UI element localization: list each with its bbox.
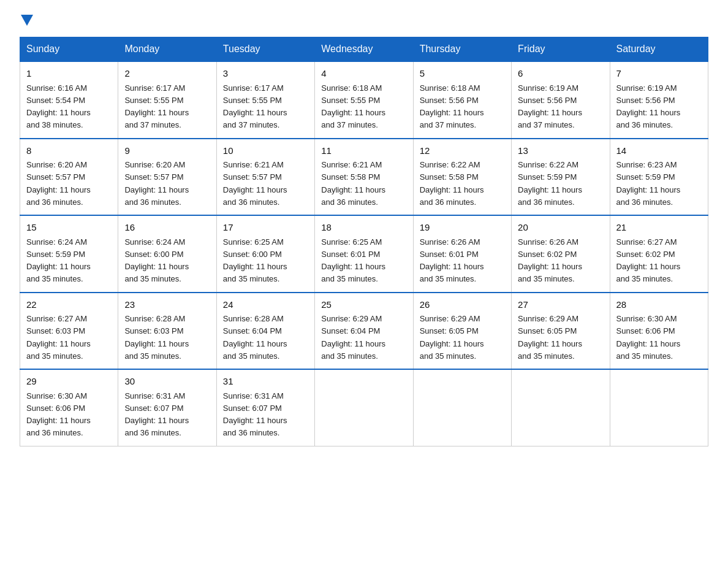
day-info: Sunrise: 6:21 AMSunset: 5:57 PMDaylight:…: [223, 160, 287, 207]
day-number: 4: [321, 67, 406, 81]
calendar-cell: 16 Sunrise: 6:24 AMSunset: 6:00 PMDaylig…: [118, 215, 216, 293]
day-info: Sunrise: 6:28 AMSunset: 6:03 PMDaylight:…: [124, 314, 189, 361]
day-info: Sunrise: 6:21 AMSunset: 5:58 PMDaylight:…: [321, 160, 385, 207]
calendar-cell: 5 Sunrise: 6:18 AMSunset: 5:56 PMDayligh…: [413, 61, 511, 139]
day-number: 21: [616, 221, 702, 235]
calendar-cell: 21 Sunrise: 6:27 AMSunset: 6:02 PMDaylig…: [610, 215, 708, 293]
day-number: 8: [26, 144, 112, 158]
day-info: Sunrise: 6:25 AMSunset: 6:00 PMDaylight:…: [223, 237, 287, 284]
day-info: Sunrise: 6:24 AMSunset: 5:59 PMDaylight:…: [26, 237, 91, 284]
calendar-cell: [315, 369, 413, 446]
day-info: Sunrise: 6:29 AMSunset: 6:05 PMDaylight:…: [420, 314, 484, 361]
calendar-cell: 28 Sunrise: 6:30 AMSunset: 6:06 PMDaylig…: [610, 293, 708, 370]
day-number: 19: [420, 221, 505, 235]
calendar-cell: 20 Sunrise: 6:26 AMSunset: 6:02 PMDaylig…: [512, 215, 610, 293]
day-number: 20: [518, 221, 603, 235]
day-info: Sunrise: 6:28 AMSunset: 6:04 PMDaylight:…: [223, 314, 287, 361]
day-info: Sunrise: 6:27 AMSunset: 6:02 PMDaylight:…: [616, 237, 681, 284]
calendar-cell: 22 Sunrise: 6:27 AMSunset: 6:03 PMDaylig…: [20, 293, 118, 370]
day-number: 31: [223, 375, 308, 389]
weekday-header-tuesday: Tuesday: [216, 37, 314, 62]
day-number: 2: [124, 67, 210, 81]
weekday-header-wednesday: Wednesday: [315, 37, 413, 62]
calendar-table: SundayMondayTuesdayWednesdayThursdayFrid…: [20, 37, 708, 446]
weekday-header-thursday: Thursday: [413, 37, 511, 62]
day-info: Sunrise: 6:26 AMSunset: 6:02 PMDaylight:…: [518, 237, 582, 284]
day-info: Sunrise: 6:31 AMSunset: 6:07 PMDaylight:…: [223, 391, 287, 438]
calendar-cell: 23 Sunrise: 6:28 AMSunset: 6:03 PMDaylig…: [118, 293, 216, 370]
day-info: Sunrise: 6:26 AMSunset: 6:01 PMDaylight:…: [420, 237, 484, 284]
day-info: Sunrise: 6:29 AMSunset: 6:04 PMDaylight:…: [321, 314, 385, 361]
logo-arrow-icon: [21, 15, 33, 26]
day-number: 28: [616, 298, 702, 312]
day-number: 9: [124, 144, 210, 158]
day-info: Sunrise: 6:19 AMSunset: 5:56 PMDaylight:…: [518, 83, 582, 130]
day-number: 3: [223, 67, 308, 81]
calendar-cell: 15 Sunrise: 6:24 AMSunset: 5:59 PMDaylig…: [20, 215, 118, 293]
calendar-cell: 19 Sunrise: 6:26 AMSunset: 6:01 PMDaylig…: [413, 215, 511, 293]
day-info: Sunrise: 6:18 AMSunset: 5:55 PMDaylight:…: [321, 83, 385, 130]
calendar-cell: 30 Sunrise: 6:31 AMSunset: 6:07 PMDaylig…: [118, 369, 216, 446]
day-info: Sunrise: 6:29 AMSunset: 6:05 PMDaylight:…: [518, 314, 582, 361]
day-info: Sunrise: 6:30 AMSunset: 6:06 PMDaylight:…: [616, 314, 681, 361]
day-number: 30: [124, 375, 210, 389]
calendar-cell: 13 Sunrise: 6:22 AMSunset: 5:59 PMDaylig…: [512, 139, 610, 216]
day-number: 16: [124, 221, 210, 235]
day-number: 17: [223, 221, 308, 235]
day-number: 12: [420, 144, 505, 158]
calendar-cell: 29 Sunrise: 6:30 AMSunset: 6:06 PMDaylig…: [20, 369, 118, 446]
calendar-cell: 2 Sunrise: 6:17 AMSunset: 5:55 PMDayligh…: [118, 61, 216, 139]
day-info: Sunrise: 6:30 AMSunset: 6:06 PMDaylight:…: [26, 391, 91, 438]
day-number: 26: [420, 298, 505, 312]
day-info: Sunrise: 6:18 AMSunset: 5:56 PMDaylight:…: [420, 83, 484, 130]
day-number: 7: [616, 67, 702, 81]
day-info: Sunrise: 6:27 AMSunset: 6:03 PMDaylight:…: [26, 314, 91, 361]
day-number: 5: [420, 67, 505, 81]
page-header: [20, 15, 708, 26]
day-number: 29: [26, 375, 112, 389]
calendar-cell: [512, 369, 610, 446]
day-number: 14: [616, 144, 702, 158]
calendar-cell: 25 Sunrise: 6:29 AMSunset: 6:04 PMDaylig…: [315, 293, 413, 370]
day-number: 1: [26, 67, 112, 81]
calendar-cell: 27 Sunrise: 6:29 AMSunset: 6:05 PMDaylig…: [512, 293, 610, 370]
day-info: Sunrise: 6:23 AMSunset: 5:59 PMDaylight:…: [616, 160, 681, 207]
day-info: Sunrise: 6:24 AMSunset: 6:00 PMDaylight:…: [124, 237, 189, 284]
day-number: 6: [518, 67, 603, 81]
day-number: 10: [223, 144, 308, 158]
calendar-cell: 18 Sunrise: 6:25 AMSunset: 6:01 PMDaylig…: [315, 215, 413, 293]
calendar-cell: 31 Sunrise: 6:31 AMSunset: 6:07 PMDaylig…: [216, 369, 314, 446]
logo: [20, 15, 34, 26]
day-info: Sunrise: 6:22 AMSunset: 5:58 PMDaylight:…: [420, 160, 484, 207]
day-number: 18: [321, 221, 406, 235]
weekday-header-monday: Monday: [118, 37, 216, 62]
calendar-cell: 6 Sunrise: 6:19 AMSunset: 5:56 PMDayligh…: [512, 61, 610, 139]
weekday-header-sunday: Sunday: [20, 37, 118, 62]
calendar-cell: [413, 369, 511, 446]
calendar-cell: 1 Sunrise: 6:16 AMSunset: 5:54 PMDayligh…: [20, 61, 118, 139]
day-info: Sunrise: 6:16 AMSunset: 5:54 PMDaylight:…: [26, 83, 91, 130]
day-number: 15: [26, 221, 112, 235]
day-info: Sunrise: 6:17 AMSunset: 5:55 PMDaylight:…: [124, 83, 189, 130]
day-number: 13: [518, 144, 603, 158]
calendar-cell: 26 Sunrise: 6:29 AMSunset: 6:05 PMDaylig…: [413, 293, 511, 370]
calendar-cell: 24 Sunrise: 6:28 AMSunset: 6:04 PMDaylig…: [216, 293, 314, 370]
day-number: 22: [26, 298, 112, 312]
day-info: Sunrise: 6:20 AMSunset: 5:57 PMDaylight:…: [124, 160, 189, 207]
day-number: 27: [518, 298, 603, 312]
calendar-cell: 12 Sunrise: 6:22 AMSunset: 5:58 PMDaylig…: [413, 139, 511, 216]
day-info: Sunrise: 6:22 AMSunset: 5:59 PMDaylight:…: [518, 160, 582, 207]
day-number: 25: [321, 298, 406, 312]
day-info: Sunrise: 6:17 AMSunset: 5:55 PMDaylight:…: [223, 83, 287, 130]
calendar-cell: 14 Sunrise: 6:23 AMSunset: 5:59 PMDaylig…: [610, 139, 708, 216]
calendar-cell: 7 Sunrise: 6:19 AMSunset: 5:56 PMDayligh…: [610, 61, 708, 139]
day-number: 23: [124, 298, 210, 312]
day-info: Sunrise: 6:25 AMSunset: 6:01 PMDaylight:…: [321, 237, 385, 284]
calendar-cell: 4 Sunrise: 6:18 AMSunset: 5:55 PMDayligh…: [315, 61, 413, 139]
calendar-cell: 9 Sunrise: 6:20 AMSunset: 5:57 PMDayligh…: [118, 139, 216, 216]
calendar-cell: 8 Sunrise: 6:20 AMSunset: 5:57 PMDayligh…: [20, 139, 118, 216]
calendar-cell: 17 Sunrise: 6:25 AMSunset: 6:00 PMDaylig…: [216, 215, 314, 293]
day-info: Sunrise: 6:31 AMSunset: 6:07 PMDaylight:…: [124, 391, 189, 438]
day-info: Sunrise: 6:20 AMSunset: 5:57 PMDaylight:…: [26, 160, 91, 207]
calendar-cell: [610, 369, 708, 446]
